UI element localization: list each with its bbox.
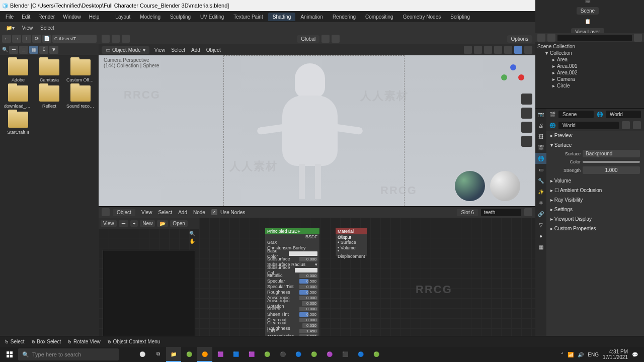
prop-tab-material[interactable]: ● [535,230,546,241]
use-nodes-checkbox[interactable]: ✓ [211,209,217,215]
tray-time[interactable]: 4:31 PM [609,349,628,354]
app-whatsapp[interactable]: 🟢 [306,347,321,362]
app-taskview[interactable]: ⧉ [150,347,166,362]
app-sync[interactable]: 🟢 [369,347,384,362]
app-blender[interactable]: 🟠 [197,347,212,362]
editor-type-icon[interactable]: 📁▾ [3,24,18,32]
pan-tool-icon[interactable] [521,108,532,119]
v3d-menu-add[interactable]: Add [188,46,203,54]
taskbar-search[interactable]: 🔍Type here to search [18,348,119,360]
prop-tab-data[interactable]: ▽ [535,219,546,230]
surface-type[interactable]: Background [583,150,640,157]
app-spotify[interactable]: 🟢 [260,347,275,362]
node-input[interactable]: Subsurface Col… [265,267,319,273]
workspace-uv-editing[interactable]: UV Editing [196,13,228,21]
shading-wire-icon[interactable] [494,46,502,54]
material-slot[interactable]: Slot 6 [457,209,478,216]
tray-wifi-icon[interactable]: 📶 [568,352,574,357]
side-new[interactable]: New [140,220,155,227]
tray-notifications-icon[interactable]: 💬 [632,352,638,357]
nav-newdir-button[interactable]: 📄 [42,35,51,43]
app-skype[interactable]: 🔵 [353,347,368,362]
folder-item[interactable]: download_w… [4,85,32,109]
app-photoshop[interactable]: 🟦 [228,347,244,362]
scene-name[interactable]: Scene [558,111,594,118]
outliner-item[interactable]: Area.001 [557,63,578,69]
app-aftereffects[interactable]: 🟪 [244,347,259,362]
outliner-filter-icon[interactable] [634,34,642,42]
pan-icon[interactable]: ✋ [103,238,195,244]
prop-tab-constraint[interactable]: 🔗 [535,208,546,219]
prop-tab-view[interactable]: 🖼 [535,131,546,142]
node-input[interactable]: Sheen Tint0.500 [265,312,319,317]
node-input[interactable]: Specular0.500 [265,279,319,284]
world-name[interactable]: World [606,111,641,118]
prop-tab-texture[interactable]: ▦ [535,241,546,252]
ne-menu-node[interactable]: Node [190,209,208,216]
side-view[interactable]: View [101,220,117,227]
axis-x-icon[interactable] [518,74,524,80]
scene-field[interactable]: Scene [577,7,599,15]
tray-date[interactable]: 17/11/2021 [603,354,628,360]
outliner-item[interactable]: Area [557,57,568,62]
prop-tab-particle[interactable]: ✨ [535,186,546,197]
zoom-tool-icon[interactable] [521,94,532,105]
outliner-search[interactable] [557,35,632,41]
workspace-modeling[interactable]: Modeling [135,13,165,21]
tray-chevron-icon[interactable]: ˄ [561,352,564,357]
panel-volume[interactable]: ▸ Volume [550,177,640,185]
ne-menu-add[interactable]: Add [175,209,190,216]
prop-tab-world[interactable]: 🌐 [535,153,546,164]
v3d-menu-view[interactable]: View [151,46,169,54]
menu-render[interactable]: Render [35,13,58,21]
outliner-type-icon[interactable] [537,34,545,42]
snap-icon[interactable] [321,35,330,43]
node-material-output[interactable]: Material Output All • Surface• Volume• D… [335,228,368,257]
cursor-tool-icon[interactable] [112,35,120,43]
prop-tab-scene[interactable]: 🎬 [535,142,546,153]
app-premiere[interactable]: 🟪 [213,347,228,362]
select-box-icon[interactable] [122,35,130,43]
app-explorer[interactable]: 📁 [166,347,181,362]
panel-viewport[interactable]: ▸ Viewport Display [550,215,640,223]
data-type-dropdown[interactable]: Object [113,209,135,216]
workspace-compositing[interactable]: Compositing [361,13,398,21]
app-obs[interactable]: ⚫ [275,347,290,362]
ne-menu-view[interactable]: View [138,209,155,216]
node-input[interactable]: Subsurface0.000 [265,256,319,262]
app-chrome[interactable]: 🟢 [182,347,197,362]
prop-tab-render[interactable]: 📷 [535,109,546,120]
prop-tab-output[interactable]: 🖨 [535,120,546,131]
outliner-item[interactable]: Area.002 [557,70,578,75]
side-open[interactable]: Open [170,220,187,227]
folder-item[interactable]: StarCraft II [4,112,32,135]
world-unlink-icon[interactable] [633,121,641,129]
node-input[interactable]: Specular Tint0.000 [265,284,319,290]
prop-tab-physics[interactable]: ⚛ [535,197,546,208]
node-input[interactable]: • Surface [336,240,367,245]
display-compact-button[interactable]: ≣ [19,46,28,54]
display-list-button[interactable]: ☰ [9,46,18,54]
filter-button[interactable]: ▼ [49,46,58,54]
gizmo-toggle-icon[interactable] [464,46,472,54]
prop-tab-object[interactable]: ▭ [535,164,546,175]
scene-collection[interactable]: Scene Collection [537,44,575,49]
menu-edit[interactable]: Edit [18,13,34,21]
editor-type-shader-icon[interactable] [102,208,110,216]
panel-custom[interactable]: ▸ Custom Properties [550,225,640,232]
nav-forward-button[interactable]: → [12,35,21,43]
material-name-field[interactable] [481,209,521,216]
filter-icon[interactable]: 🔍 [2,47,8,52]
tray-lang[interactable]: ENG [588,352,599,357]
viewport-3d[interactable]: Global Options ▭Object Mode ▾ ViewSelect… [99,33,535,206]
workspace-scripting[interactable]: Scripting [446,13,474,21]
panel-ray[interactable]: ▸ Ray Visibility [550,196,640,204]
world-new-icon[interactable] [622,121,630,129]
options-dropdown[interactable]: Options [507,35,532,43]
toolbar-view[interactable]: View [19,24,36,32]
workspace-geometry-nodes[interactable]: Geometry Nodes [398,13,446,21]
outliner-item[interactable]: Circle [557,83,570,88]
workspace-sculpting[interactable]: Sculpting [166,13,195,21]
path-field[interactable]: C:\Users\T…\Documents\ [52,35,97,43]
collection-row[interactable]: Collection [550,50,572,56]
